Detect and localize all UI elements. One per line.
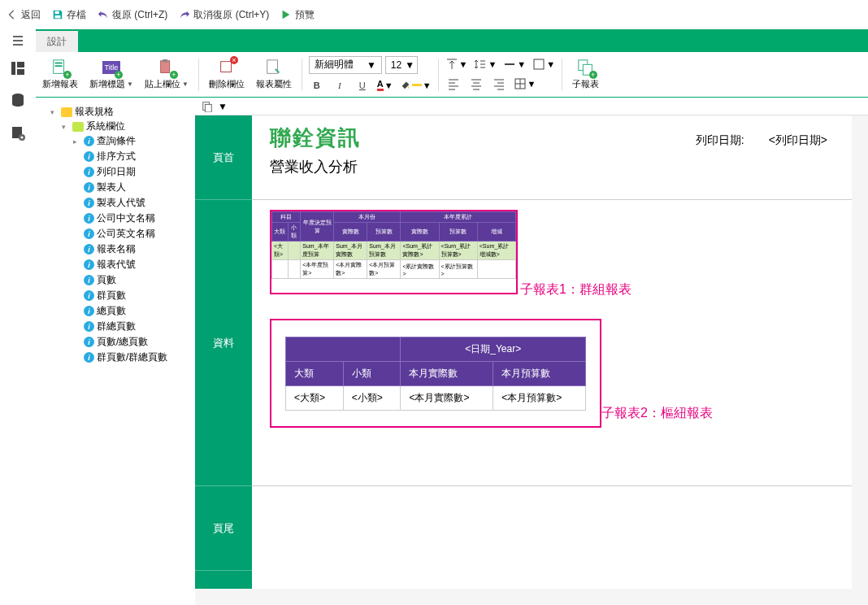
header-section[interactable]: 聯銓資訊 營業收入分析 列印日期: <列印日期>: [252, 115, 852, 200]
tree-item[interactable]: i公司中文名稱: [73, 211, 192, 225]
font-color-button[interactable]: A▼: [377, 79, 393, 91]
undo-label: 復原 (Ctrl+Z): [112, 8, 167, 22]
tree-item[interactable]: i群總頁數: [73, 320, 192, 333]
tree-item-label: 報表名稱: [97, 242, 136, 256]
ribbon-separator: [438, 59, 439, 91]
bucket-icon: [400, 79, 411, 92]
ribbon-separator: [562, 59, 562, 91]
paste-field-button[interactable]: 貼上欄位▼: [141, 57, 192, 92]
subreport2-frame[interactable]: <日期_Year> 大類小類 本月實際數本月預算數 <大類><小類> <本月實際…: [270, 319, 601, 428]
folder-icon: [72, 122, 84, 132]
rail-settings-button[interactable]: [10, 125, 26, 141]
tree-root[interactable]: ▾報表規格: [50, 105, 192, 119]
delete-icon: [218, 59, 236, 76]
align-top-button[interactable]: ▼: [445, 58, 468, 71]
cell-style-button[interactable]: ▼: [514, 77, 536, 90]
tree-system-fields[interactable]: ▾系統欄位: [62, 120, 192, 133]
subreport-button[interactable]: 子報表: [569, 57, 602, 92]
svg-rect-0: [55, 11, 59, 15]
tree-item[interactable]: i列印日期: [73, 165, 192, 179]
tree-item[interactable]: i群頁數: [73, 289, 192, 302]
info-icon: i: [84, 136, 94, 146]
ribbon-separator: [198, 59, 199, 91]
new-report-button[interactable]: 新增報表: [39, 57, 81, 92]
canvas-area: ▼ 頁首 資料 頁尾 聯銓資訊 營業收入分析 列印日期:: [195, 98, 868, 605]
tree-item-label: 頁數: [97, 273, 116, 287]
report-subtitle: 營業收入分析: [270, 157, 834, 176]
font-name-select[interactable]: 新細明體▼: [309, 56, 382, 74]
new-report-icon: [51, 59, 69, 76]
subreport1-frame[interactable]: 科目 年度決定預算 本月份 本年度累計 大類小類 實際數預算數: [270, 210, 518, 294]
line-height-button[interactable]: ▼: [474, 58, 497, 71]
svg-rect-15: [267, 60, 278, 74]
info-icon: i: [84, 352, 94, 363]
info-icon: i: [84, 213, 94, 224]
align-left-button[interactable]: [445, 76, 462, 92]
tree-item-label: 頁數/總頁數: [97, 335, 148, 349]
play-icon: [280, 9, 292, 20]
data-section[interactable]: 子報表1：群組報表 子報表2：樞紐報表 科目 年度決定預算 本月份: [252, 200, 852, 486]
redo-label: 取消復原 (Ctrl+Y): [193, 8, 269, 22]
align-right-icon: [493, 77, 506, 90]
tree-item[interactable]: ▸i查詢條件: [73, 134, 192, 148]
folder-icon: [61, 107, 72, 117]
rail-database-button[interactable]: [10, 93, 26, 109]
info-icon: i: [84, 182, 94, 193]
copy-button[interactable]: [202, 101, 213, 112]
svg-rect-11: [55, 65, 63, 67]
tree-item[interactable]: i頁數: [73, 273, 192, 287]
field-tree: ▾報表規格 ▾系統欄位 ▸i查詢條件i排序方式i列印日期i製表人i製表人代號i公…: [36, 98, 195, 605]
hamburger-icon: [11, 34, 24, 47]
back-button[interactable]: 返回: [7, 8, 41, 22]
save-button[interactable]: 存檔: [52, 8, 86, 22]
tree-item[interactable]: i報表名稱: [73, 242, 192, 256]
align-center-button[interactable]: [468, 76, 484, 92]
print-date-value: <列印日期>: [769, 133, 827, 148]
new-title-button[interactable]: Title 新增標題▼: [86, 57, 137, 92]
align-right-button[interactable]: [491, 76, 507, 92]
undo-button[interactable]: 復原 (Ctrl+Z): [98, 8, 167, 22]
font-size-select[interactable]: 12▼: [385, 56, 418, 74]
body-split: ▾報表規格 ▾系統欄位 ▸i查詢條件i排序方式i列印日期i製表人i製表人代號i公…: [36, 98, 868, 605]
preview-button[interactable]: 預覽: [280, 8, 315, 22]
menu-toggle-button[interactable]: [0, 29, 36, 52]
underline-button[interactable]: U: [354, 77, 371, 94]
paste-icon: [158, 59, 176, 76]
tree-item[interactable]: i排序方式: [73, 150, 192, 163]
tree-item[interactable]: i製表人代號: [73, 196, 192, 210]
tree-item[interactable]: i群頁數/群總頁數: [73, 350, 192, 364]
tree-item[interactable]: i公司英文名稱: [73, 227, 192, 241]
delete-field-label: 刪除欄位: [209, 78, 245, 90]
svg-rect-1: [55, 15, 61, 19]
tree-item[interactable]: i總頁數: [73, 304, 192, 318]
border-button[interactable]: ▼: [532, 58, 555, 71]
report-prop-button[interactable]: 報表屬性: [253, 57, 295, 92]
save-icon: [52, 9, 63, 20]
tree-item-label: 群頁數/群總頁數: [97, 350, 167, 364]
tab-design[interactable]: 設計: [36, 31, 78, 52]
redo-button[interactable]: 取消復原 (Ctrl+Y): [179, 8, 269, 22]
gutter-data[interactable]: 資料: [195, 200, 252, 486]
bold-button[interactable]: B: [309, 77, 325, 94]
svg-rect-10: [55, 63, 63, 64]
tree-item[interactable]: i報表代號: [73, 258, 192, 272]
footer-section[interactable]: [252, 486, 852, 571]
italic-button[interactable]: I: [332, 77, 348, 94]
gutter-footer[interactable]: 頁尾: [195, 486, 252, 571]
align-center-icon: [470, 77, 483, 90]
delete-field-button[interactable]: 刪除欄位: [206, 57, 248, 92]
rail-layout-button[interactable]: [10, 60, 26, 76]
ribbon-separator: [302, 59, 302, 91]
tree-item[interactable]: i製表人: [73, 181, 192, 194]
design-canvas[interactable]: 頁首 資料 頁尾 聯銓資訊 營業收入分析 列印日期: <列印日期>: [195, 115, 868, 605]
back-label: 返回: [21, 8, 41, 22]
highlight-button[interactable]: ▼: [400, 79, 432, 92]
tree-item-label: 群總頁數: [97, 320, 136, 333]
tree-item-label: 製表人代號: [97, 196, 145, 210]
info-icon: i: [84, 275, 94, 285]
gutter-header[interactable]: 頁首: [195, 115, 252, 200]
tree-item[interactable]: i頁數/總頁數: [73, 335, 192, 349]
line-style-button[interactable]: ▼: [503, 58, 526, 71]
canvas-tool-dropdown[interactable]: ▼: [218, 101, 228, 112]
svg-point-8: [21, 137, 24, 139]
